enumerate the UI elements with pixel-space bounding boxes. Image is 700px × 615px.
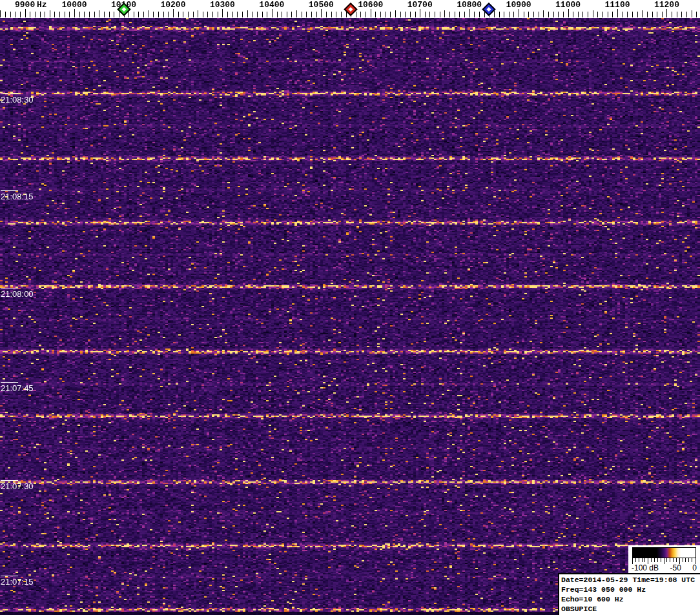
time-tick-line: [1, 480, 18, 481]
info-station-line: OBSUPICE: [561, 604, 700, 614]
ruler-label-10800: 10800: [457, 0, 482, 10]
legend-labels: -100 dB -50 0: [628, 564, 700, 572]
ruler-label-11100: 11100: [604, 0, 630, 10]
time-text: 21:08:00: [1, 289, 34, 299]
info-echo-line: Echo=10 600 Hz: [561, 594, 700, 604]
frequency-ruler[interactable]: 9900100001010010200103001040010500106001…: [0, 0, 700, 18]
time-text: 21:07:45: [1, 383, 34, 393]
time-text: 21:08:30: [1, 95, 34, 105]
time-label: 21:08:00: [1, 288, 34, 299]
ruler-label-11000: 11000: [555, 0, 581, 10]
info-freq-line: Freq=143 050 000 Hz: [561, 585, 700, 594]
time-tick-line: [1, 382, 18, 383]
legend-label-mid: -50: [670, 564, 681, 572]
ruler-label-10000: 10000: [62, 0, 87, 10]
observation-info-box: Date=2014-05-29 Time=19:08 UTC Freq=143 …: [558, 573, 700, 615]
db-scale-legend: -100 dB -50 0: [628, 545, 700, 574]
info-date-line: Date=2014-05-29 Time=19:08 UTC: [561, 575, 700, 585]
time-label: 21:07:15: [1, 576, 34, 587]
time-label: 21:07:45: [1, 382, 34, 393]
ruler-label-11200: 11200: [654, 0, 679, 10]
time-text: 21:08:15: [1, 192, 34, 201]
ruler-label-10500: 10500: [309, 0, 334, 10]
legend-label-min: -100 dB: [632, 564, 659, 572]
ruler-label-10400: 10400: [259, 0, 284, 10]
time-text: 21:07:15: [1, 577, 34, 587]
time-label: 21:07:30: [1, 480, 34, 491]
time-label: 21:08:15: [1, 190, 34, 201]
ruler-label-10900: 10900: [506, 0, 531, 10]
ruler-label-10700: 10700: [407, 0, 433, 10]
ruler-label-10300: 10300: [210, 0, 235, 10]
legend-label-max: 0: [692, 564, 697, 572]
ruler-unit-label: Hz: [37, 0, 47, 10]
ruler-label-9900: 9900: [15, 0, 35, 10]
time-label: 21:08:30: [1, 94, 34, 105]
ruler-label-10600: 10600: [358, 0, 383, 10]
ruler-label-10200: 10200: [160, 0, 185, 10]
time-tick-line: [1, 190, 18, 191]
color-gradient-bar: [632, 547, 696, 558]
time-tick-line: [1, 288, 18, 288]
time-text: 21:07:30: [1, 481, 34, 491]
spectrogram-app-window: 9900100001010010200103001040010500106001…: [0, 0, 700, 615]
time-tick-line: [1, 94, 18, 94]
time-tick-line: [1, 576, 18, 576]
waterfall-spectrogram[interactable]: [0, 18, 700, 615]
